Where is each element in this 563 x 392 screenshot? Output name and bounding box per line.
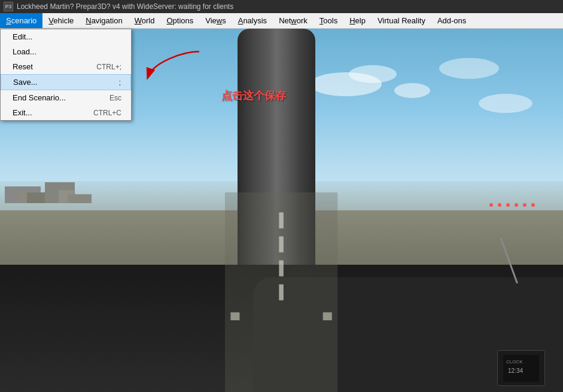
runway-lights (489, 203, 535, 207)
menu-navigation-label: Navigation (86, 16, 122, 25)
menu-item-reset[interactable]: Reset CTRL+; (1, 59, 131, 74)
menu-world[interactable]: World (129, 13, 161, 28)
menu-item-load-label: Load... (13, 47, 36, 56)
menu-options-label: Options (166, 16, 193, 25)
menu-item-load[interactable]: Load... (1, 44, 131, 59)
menu-help[interactable]: Help (343, 13, 372, 28)
annotation-text: 点击这个保存 (221, 88, 286, 103)
scenario-dropdown-menu: Edit... Load... Reset CTRL+; Save... ; E… (0, 29, 132, 121)
light-3 (506, 203, 510, 207)
menu-item-end-label: End Scenario... (13, 93, 66, 102)
menu-options[interactable]: Options (160, 13, 199, 28)
menu-navigation[interactable]: Navigation (80, 13, 128, 28)
menu-item-exit-shortcut: CTRL+C (93, 109, 121, 117)
menu-add-ons[interactable]: Add-ons (431, 13, 472, 28)
app-icon: P3 (4, 2, 13, 11)
cloud-4 (439, 58, 499, 79)
annotation-arrow (138, 49, 209, 87)
cloud-2 (349, 65, 397, 83)
menu-item-exit-label: Exit... (13, 108, 32, 117)
svg-rect-5 (279, 236, 284, 252)
light-6 (531, 203, 535, 207)
menu-scenario[interactable]: Scenario (0, 13, 42, 28)
menu-vehicle[interactable]: Vehicle (42, 13, 80, 28)
svg-rect-7 (279, 284, 284, 300)
window-title: Lockheed Martin? Prepar3D? v4 with WideS… (17, 2, 233, 11)
menu-tools-label: Tools (319, 16, 337, 25)
menu-item-save-shortcut: ; (119, 78, 121, 87)
menu-item-reset-shortcut: CTRL+; (96, 63, 121, 71)
svg-rect-9 (323, 312, 332, 320)
cockpit-instrument: CLOCK 12:34 (497, 350, 545, 386)
light-5 (523, 203, 527, 207)
menu-vehicle-label: Vehicle (48, 16, 74, 25)
menu-item-edit-label: Edit... (13, 32, 32, 41)
menu-analysis[interactable]: Analysis (232, 13, 273, 28)
instrument-display: CLOCK 12:34 (503, 355, 539, 382)
cloud-3 (394, 83, 430, 98)
menu-world-label: World (135, 16, 155, 25)
menu-item-save[interactable]: Save... ; (1, 74, 131, 90)
menu-item-reset-label: Reset (13, 62, 33, 71)
menu-views-label: Views (205, 16, 226, 25)
svg-rect-4 (279, 212, 284, 228)
runway-markings (225, 192, 337, 392)
menu-item-exit[interactable]: Exit... CTRL+C (1, 105, 131, 120)
menu-network[interactable]: Network (273, 13, 314, 28)
menu-tools[interactable]: Tools (314, 13, 343, 28)
menu-scenario-label: Scenario (6, 16, 36, 25)
light-2 (498, 203, 501, 207)
menu-addons-label: Add-ons (437, 16, 466, 25)
arrow-svg (138, 49, 209, 85)
menu-bar: Scenario Vehicle Navigation World Option… (0, 13, 563, 29)
light-1 (489, 203, 493, 207)
title-bar: P3 Lockheed Martin? Prepar3D? v4 with Wi… (0, 0, 563, 13)
menu-vr-label: Virtual Reality (378, 16, 425, 25)
light-4 (515, 203, 518, 207)
svg-text:CLOCK: CLOCK (506, 359, 523, 365)
menu-views[interactable]: Views (199, 13, 232, 28)
airport-buildings (0, 167, 225, 203)
menu-virtual-reality[interactable]: Virtual Reality (372, 13, 431, 28)
svg-rect-6 (279, 260, 284, 276)
menu-item-end-scenario[interactable]: End Scenario... Esc (1, 90, 131, 105)
menu-analysis-label: Analysis (238, 16, 267, 25)
svg-rect-8 (231, 312, 240, 320)
menu-network-label: Network (279, 16, 308, 25)
svg-text:12:34: 12:34 (508, 368, 523, 374)
menu-item-end-shortcut: Esc (109, 94, 121, 102)
menu-help-label: Help (349, 16, 366, 25)
menu-item-edit[interactable]: Edit... (1, 29, 131, 44)
menu-item-save-label: Save... (13, 78, 37, 87)
